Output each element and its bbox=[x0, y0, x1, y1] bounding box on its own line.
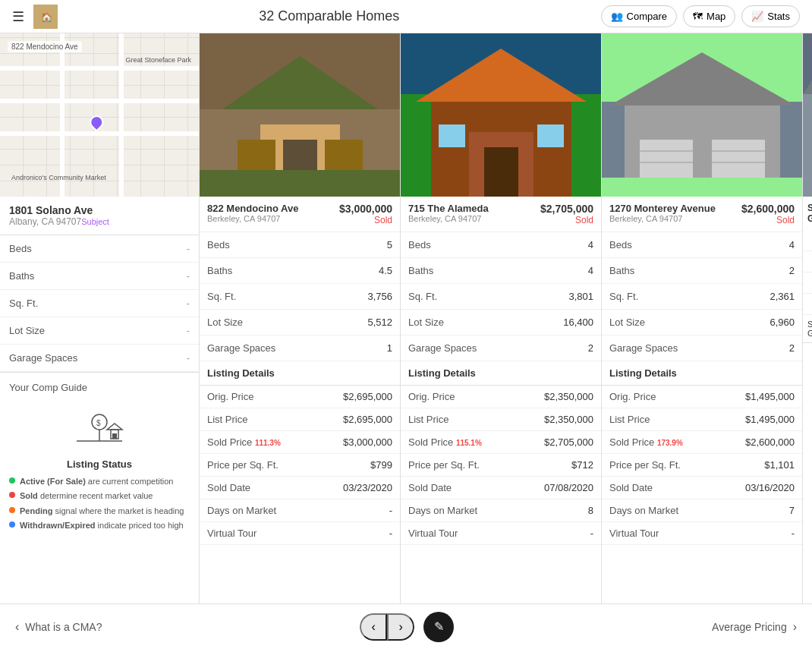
map-area[interactable]: 822 Mendocino Ave Great Stoneface Park A… bbox=[0, 33, 199, 197]
prop-address-2: 715 The Alameda bbox=[408, 203, 489, 214]
orig-price-row-2: Orig. Price $2,350,000 bbox=[401, 386, 601, 408]
svg-rect-14 bbox=[325, 140, 363, 170]
days-market-row-2: Days on Market 8 bbox=[401, 499, 601, 522]
map-icon: 🗺 bbox=[693, 11, 703, 22]
prop-price-3: $2,600,000 bbox=[741, 203, 795, 215]
svg-rect-35 bbox=[602, 178, 802, 197]
sqft-label: Sq. Ft. bbox=[9, 298, 38, 309]
next-nav[interactable]: Average Pricing › bbox=[712, 620, 797, 634]
garage-label: Garage Spaces bbox=[9, 352, 77, 364]
subject-beds-row: Beds - bbox=[0, 235, 199, 263]
listing-section-2: Listing Details bbox=[401, 361, 601, 386]
bottom-nav: ‹ What is a CMA? ‹ › ✎ Average Pricing › bbox=[0, 603, 812, 649]
subject-garage-row: Garage Spaces - bbox=[0, 345, 199, 372]
status-sold: Sold determine recent market value bbox=[9, 490, 190, 502]
svg-rect-37 bbox=[803, 94, 812, 197]
property-col-1: Most Expensive 822 Mendocino Ave bbox=[200, 33, 401, 603]
subject-baths-val: - bbox=[187, 270, 190, 282]
prop-sqft-row-1: Sq. Ft. 3,756 bbox=[200, 284, 400, 310]
beds-label: Beds bbox=[9, 243, 32, 254]
prop-beds-row-2: Beds 4 bbox=[401, 232, 601, 258]
prop-header-2: 715 The Alameda Berkeley, CA 94707 $2,70… bbox=[401, 197, 601, 232]
logo: 🏠 bbox=[33, 5, 58, 29]
orig-price-row-3: Orig. Price $1,495,000 bbox=[602, 386, 802, 408]
virtual-tour-row-1: Virtual Tour - bbox=[200, 522, 400, 545]
sold-dot bbox=[9, 492, 15, 498]
svg-rect-23 bbox=[439, 124, 465, 147]
svg-rect-22 bbox=[484, 147, 518, 197]
prop-baths-row-2: Baths 4 bbox=[401, 258, 601, 284]
status-items: Active (For Sale) are current competitio… bbox=[9, 476, 190, 532]
status-pending: Pending signal where the market is headi… bbox=[9, 506, 190, 517]
prop-status-2: Sold bbox=[540, 215, 593, 225]
svg-rect-29 bbox=[640, 140, 693, 181]
pending-dot bbox=[9, 507, 15, 513]
edit-button[interactable]: ✎ bbox=[423, 612, 454, 642]
prop-lot-partial-4: L bbox=[803, 294, 812, 315]
subject-garage-val: - bbox=[187, 352, 190, 364]
subject-sqft-val: - bbox=[187, 298, 190, 309]
property-col-3: 1270 Monterey Avenue Berkeley, CA 94707 … bbox=[602, 33, 803, 603]
center-nav: ‹ › ✎ bbox=[360, 612, 454, 642]
prop-price-2: $2,705,000 bbox=[540, 203, 593, 215]
prop-status-3: Sold bbox=[741, 215, 795, 225]
list-price-row-3: List Price $1,495,000 bbox=[602, 408, 802, 431]
list-price-row-2: List Price $2,350,000 bbox=[401, 408, 601, 431]
prop-sqft-row-3: Sq. Ft. 2,361 bbox=[602, 284, 802, 310]
prop-city-1: Berkeley, CA 94707 bbox=[207, 214, 298, 223]
prop-city-3: Berkeley, CA 94707 bbox=[609, 214, 716, 223]
scroll-right-button[interactable]: › bbox=[387, 613, 414, 641]
prop-image-1: Most Expensive bbox=[200, 33, 400, 197]
status-active: Active (For Sale) are current competitio… bbox=[9, 476, 190, 487]
map-street-label: Andronico's Community Market bbox=[11, 174, 106, 181]
price-sqft-row-3: Price per Sq. Ft. $1,101 bbox=[602, 454, 802, 477]
sold-price-row-3: Sold Price 173.9% $2,600,000 bbox=[602, 431, 802, 454]
virtual-tour-row-3: Virtual Tour - bbox=[602, 522, 802, 545]
prop-baths-row-1: Baths 4.5 bbox=[200, 258, 400, 284]
prop-header-1: 822 Mendocino Ave Berkeley, CA 94707 $3,… bbox=[200, 197, 400, 232]
map-park-label: Great Stoneface Park bbox=[125, 56, 191, 64]
subject-address: 1801 Solano Ave bbox=[9, 204, 109, 216]
baths-label: Baths bbox=[9, 270, 34, 282]
subject-city: Albany, CA 94707 Subject bbox=[9, 216, 109, 227]
subject-baths-row: Baths - bbox=[0, 263, 199, 290]
prop-status-1: Sold bbox=[339, 215, 392, 225]
prop-image-2 bbox=[401, 33, 601, 197]
comp-guide: Your Comp Guide $ Listing Status bbox=[0, 372, 199, 544]
orig-price-row-1: Orig. Price $2,695,000 bbox=[200, 386, 400, 408]
subject-sqft-row: Sq. Ft. - bbox=[0, 290, 199, 317]
withdrawn-dot bbox=[9, 521, 15, 528]
stats-icon: 📈 bbox=[751, 11, 763, 22]
subject-info: 1801 Solano Ave Albany, CA 94707 Subject bbox=[0, 197, 199, 235]
map-pin bbox=[87, 112, 106, 131]
svg-text:🏠: 🏠 bbox=[41, 11, 52, 23]
prev-nav[interactable]: ‹ What is a CMA? bbox=[15, 620, 102, 634]
price-sqft-row-2: Price per Sq. Ft. $712 bbox=[401, 454, 601, 477]
header: ☰ 🏠 32 Comparable Homes 👥 Compare 🗺 Map … bbox=[0, 0, 812, 33]
svg-text:$: $ bbox=[96, 419, 101, 427]
prop-lot-row-2: Lot Size 16,400 bbox=[401, 310, 601, 336]
list-price-row-1: List Price $2,695,000 bbox=[200, 408, 400, 431]
menu-icon[interactable]: ☰ bbox=[12, 8, 24, 25]
prop-header-3: 1270 Monterey Avenue Berkeley, CA 94707 … bbox=[602, 197, 802, 232]
content-area: 822 Mendocino Ave Great Stoneface Park A… bbox=[0, 33, 812, 603]
svg-rect-30 bbox=[712, 140, 765, 181]
compare-button[interactable]: 👥 Compare bbox=[601, 5, 677, 27]
properties-list[interactable]: Most Expensive 822 Mendocino Ave bbox=[200, 33, 812, 603]
prop-sqft-row-2: Sq. Ft. 3,801 bbox=[401, 284, 601, 310]
prop-garage-partial-4: Spaces Garage bbox=[803, 315, 812, 343]
prop-garage-row-1: Garage Spaces 1 bbox=[200, 336, 400, 361]
prop-image-4 bbox=[803, 33, 812, 197]
scroll-left-button[interactable]: ‹ bbox=[360, 613, 387, 641]
scroll-controls: ‹ › bbox=[360, 613, 414, 641]
subject-lot-val: - bbox=[187, 325, 190, 336]
sold-price-row-1: Sold Price 111.3% $3,000,000 bbox=[200, 431, 400, 454]
header-actions: 👥 Compare 🗺 Map 📈 Stats bbox=[601, 5, 800, 27]
stats-button[interactable]: 📈 Stats bbox=[741, 5, 800, 27]
sold-price-row-2: Sold Price 115.1% $2,705,000 bbox=[401, 431, 601, 454]
active-dot bbox=[9, 477, 15, 484]
property-col-4: Spaces Garage B B S L Spaces Garage bbox=[803, 33, 812, 603]
map-button[interactable]: 🗺 Map bbox=[683, 5, 735, 27]
left-panel: 822 Mendocino Ave Great Stoneface Park A… bbox=[0, 33, 200, 603]
sold-date-row-1: Sold Date 03/23/2020 bbox=[200, 477, 400, 499]
